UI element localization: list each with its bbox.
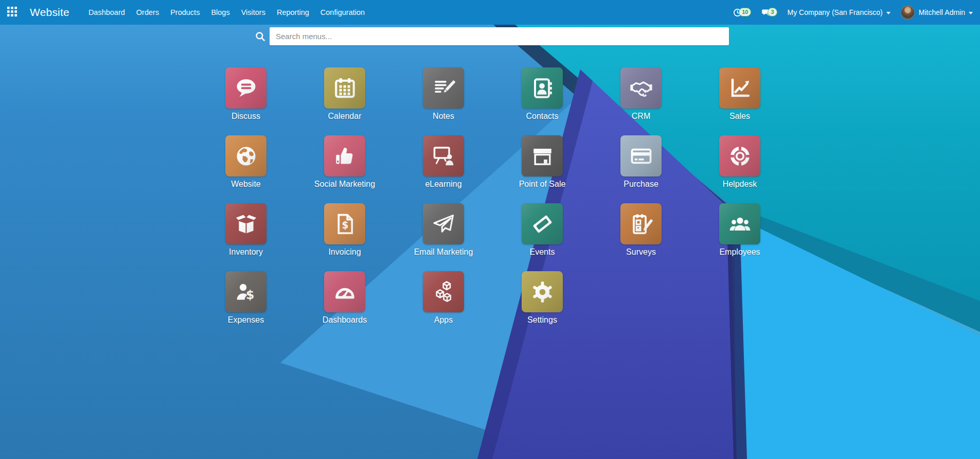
activity-menu[interactable]: 10 (733, 8, 751, 17)
app-icon (728, 76, 752, 100)
app-brand-title[interactable]: Website (30, 6, 69, 19)
app-label: Employees (719, 248, 760, 257)
navbar-menu: DashboardOrdersProductsBlogsVisitorsRepo… (83, 0, 370, 25)
app-label: Settings (527, 315, 557, 325)
app-icon (629, 76, 653, 100)
app-notes[interactable]: Notes (394, 67, 493, 135)
app-icon (629, 212, 653, 236)
nav-item-blogs[interactable]: Blogs (205, 0, 235, 25)
grid-icon (7, 7, 17, 19)
app-label: Sales (729, 112, 750, 121)
nav-item-dashboard[interactable]: Dashboard (83, 0, 131, 25)
app-surveys[interactable]: Surveys (592, 203, 690, 271)
app-label: Expenses (228, 315, 264, 325)
avatar (901, 6, 915, 20)
app-icon (728, 212, 752, 236)
app-label: Purchase (623, 180, 658, 189)
app-elearning[interactable]: eLearning (394, 135, 493, 203)
app-website[interactable]: Website (197, 135, 295, 203)
app-email-marketing[interactable]: Email Marketing (394, 203, 493, 271)
app-employees[interactable]: Employees (690, 203, 789, 271)
nav-item-orders[interactable]: Orders (131, 0, 165, 25)
app-label: eLearning (425, 180, 461, 189)
menu-search (255, 27, 729, 45)
message-badge: 3 (768, 8, 777, 16)
app-label: Calendar (328, 112, 362, 121)
user-menu[interactable]: Mitchell Admin (901, 6, 973, 20)
app-label: Events (530, 248, 555, 257)
user-name: Mitchell Admin (919, 8, 965, 16)
apps-menu-toggle[interactable] (0, 0, 24, 25)
app-sales[interactable]: Sales (690, 67, 789, 135)
chevron-down-icon (886, 12, 890, 16)
svg-text:$: $ (245, 288, 254, 302)
app-dashboards[interactable]: Dashboards (295, 271, 394, 339)
app-invoicing[interactable]: $ Invoicing (295, 203, 394, 271)
app-discuss[interactable]: Discuss (197, 67, 295, 135)
app-calendar[interactable]: Calendar (295, 67, 394, 135)
search-input[interactable] (270, 27, 729, 45)
app-settings[interactable]: Settings (493, 271, 592, 339)
app-icon (432, 280, 456, 304)
app-label: Notes (433, 112, 454, 121)
app-icon (728, 144, 752, 168)
app-label: Surveys (626, 248, 656, 257)
app-icon (432, 144, 456, 168)
app-apps[interactable]: Apps (394, 271, 493, 339)
app-icon (432, 212, 456, 236)
app-icon (530, 144, 555, 168)
app-icon (530, 280, 555, 304)
nav-item-visitors[interactable]: Visitors (236, 0, 271, 25)
nav-item-configuration[interactable]: Configuration (315, 0, 370, 25)
app-crm[interactable]: CRM (592, 67, 690, 135)
app-label: Helpdesk (723, 180, 757, 189)
app-label: Discuss (231, 112, 260, 121)
app-label: Social Marketing (314, 180, 375, 189)
app-purchase[interactable]: Purchase (592, 135, 690, 203)
nav-item-reporting[interactable]: Reporting (271, 0, 315, 25)
app-icon (432, 76, 456, 100)
app-label: CRM (632, 112, 650, 121)
activity-badge: 10 (739, 8, 751, 16)
app-point-of-sale[interactable]: Point of Sale (493, 135, 592, 203)
app-contacts[interactable]: Contacts (493, 67, 592, 135)
app-inventory[interactable]: Inventory (197, 203, 295, 271)
app-label: Inventory (229, 248, 263, 257)
app-label: Email Marketing (414, 248, 473, 257)
app-icon (530, 76, 555, 100)
chevron-down-icon (969, 12, 973, 16)
app-label: Contacts (526, 112, 558, 121)
messages-menu[interactable]: 3 (761, 8, 777, 17)
app-icon: $ (234, 280, 258, 304)
systray: 10 3 My Company (San Francisco) Mitchell… (733, 6, 980, 20)
company-name: My Company (San Francisco) (788, 8, 883, 16)
app-icon (234, 144, 258, 168)
app-icon (234, 76, 258, 100)
app-label: Website (231, 180, 261, 189)
app-icon (333, 280, 357, 304)
app-icon (629, 144, 653, 168)
app-label: Apps (434, 315, 453, 325)
app-icon (333, 76, 357, 100)
app-icon (530, 212, 555, 236)
app-icon (234, 212, 258, 236)
app-label: Point of Sale (519, 180, 566, 189)
app-social-marketing[interactable]: Social Marketing (295, 135, 394, 203)
app-expenses[interactable]: $ Expenses (197, 271, 295, 339)
app-helpdesk[interactable]: Helpdesk (690, 135, 789, 203)
navbar: Website DashboardOrdersProductsBlogsVisi… (0, 0, 980, 25)
app-icon: $ (333, 212, 357, 236)
search-icon (255, 30, 267, 43)
app-icon (333, 144, 357, 168)
apps-grid: Discuss Calendar Notes Contacts CRM Sale… (197, 67, 789, 339)
app-label: Invoicing (328, 248, 361, 257)
company-switcher[interactable]: My Company (San Francisco) (788, 8, 890, 16)
app-events[interactable]: Events (493, 203, 592, 271)
nav-item-products[interactable]: Products (165, 0, 205, 25)
app-label: Dashboards (323, 315, 367, 325)
svg-text:$: $ (342, 219, 348, 230)
